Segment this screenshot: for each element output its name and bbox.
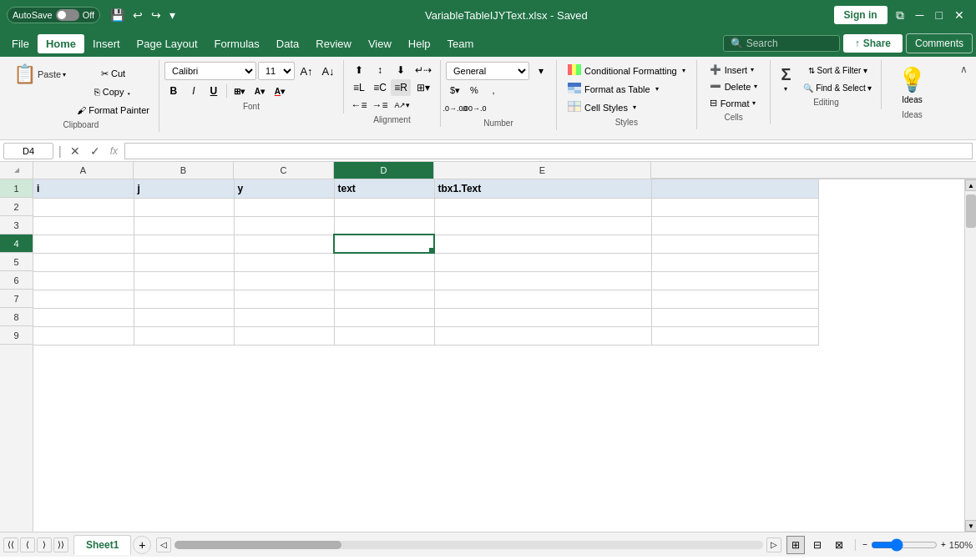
paste-button[interactable]: 📋 Paste ▾ bbox=[8, 62, 71, 87]
h-scroll-thumb[interactable] bbox=[174, 541, 341, 549]
cell-b6[interactable] bbox=[134, 271, 234, 290]
search-box[interactable]: 🔍 bbox=[723, 35, 840, 52]
decrease-decimal-button[interactable]: .00→.0 bbox=[465, 100, 483, 117]
copy-button[interactable]: ⎘ Copy ▾ bbox=[73, 83, 154, 100]
cell-e3[interactable] bbox=[434, 216, 651, 235]
cell-d2[interactable] bbox=[334, 198, 434, 216]
cell-extra-1[interactable] bbox=[651, 179, 818, 198]
cell-e7[interactable] bbox=[434, 290, 651, 308]
row-num-2[interactable]: 2 bbox=[0, 198, 33, 216]
sheet-last-button[interactable]: ⟩⟩ bbox=[53, 537, 68, 552]
text-orient-button[interactable]: A↗▾ bbox=[391, 97, 414, 114]
cell-a2[interactable] bbox=[33, 198, 134, 216]
cell-reference-box[interactable] bbox=[3, 143, 53, 159]
zoom-slider[interactable] bbox=[871, 538, 938, 552]
cell-c6[interactable] bbox=[234, 271, 334, 290]
row-num-7[interactable]: 7 bbox=[0, 290, 33, 308]
redo-button[interactable]: ↪ bbox=[148, 7, 164, 23]
cell-b3[interactable] bbox=[134, 216, 234, 235]
formula-input[interactable] bbox=[124, 143, 973, 159]
sheet-first-button[interactable]: ⟨⟨ bbox=[3, 537, 18, 552]
underline-button[interactable]: U bbox=[205, 82, 223, 100]
italic-button[interactable]: I bbox=[185, 82, 203, 100]
font-size-select[interactable]: 11 bbox=[258, 62, 295, 80]
col-header-b[interactable]: B bbox=[134, 162, 234, 179]
cell-extra-2[interactable] bbox=[651, 198, 818, 216]
bold-button[interactable]: B bbox=[164, 82, 183, 100]
cell-d4-active[interactable] bbox=[334, 235, 434, 253]
comma-button[interactable]: , bbox=[484, 82, 503, 98]
formula-accept-button[interactable]: ✓ bbox=[87, 143, 104, 159]
comments-button[interactable]: Comments bbox=[906, 33, 973, 53]
cell-c7[interactable] bbox=[234, 290, 334, 308]
col-header-d[interactable]: D bbox=[334, 162, 434, 179]
h-scroll-left-button[interactable]: ◁ bbox=[156, 537, 171, 552]
layout-view-button[interactable]: ⊟ bbox=[808, 536, 827, 554]
wrap-text-button[interactable]: ↵⇢ bbox=[412, 62, 435, 78]
align-left-button[interactable]: ≡L bbox=[349, 79, 369, 96]
restore-window-button[interactable]: ⧉ bbox=[891, 5, 909, 26]
cell-b5[interactable] bbox=[134, 253, 234, 271]
sheet-tab-sheet1[interactable]: Sheet1 bbox=[73, 535, 131, 555]
row-num-8[interactable]: 8 bbox=[0, 308, 33, 326]
cell-extra-7[interactable] bbox=[651, 290, 818, 308]
cut-button[interactable]: ✂ Cut bbox=[73, 65, 154, 82]
cell-extra-6[interactable] bbox=[651, 271, 818, 290]
col-header-e[interactable]: E bbox=[434, 162, 651, 179]
scroll-up-button[interactable]: ▲ bbox=[965, 179, 976, 191]
cell-d3[interactable] bbox=[334, 216, 434, 235]
menu-help[interactable]: Help bbox=[400, 34, 439, 53]
font-shrink-button[interactable]: A↓ bbox=[318, 63, 338, 79]
cell-a1[interactable]: i bbox=[33, 179, 134, 198]
cell-styles-button[interactable]: Cell Styles ▾ bbox=[562, 98, 691, 116]
increase-indent-button[interactable]: →≡ bbox=[370, 97, 390, 114]
col-header-c[interactable]: C bbox=[234, 162, 334, 179]
row-num-4[interactable]: 4 bbox=[0, 235, 33, 253]
border-button[interactable]: ⊞▾ bbox=[230, 82, 249, 100]
cell-e5[interactable] bbox=[434, 253, 651, 271]
undo-button[interactable]: ↩ bbox=[129, 7, 146, 23]
row-num-3[interactable]: 3 bbox=[0, 216, 33, 235]
cell-c1[interactable]: y bbox=[234, 179, 334, 198]
cell-d5[interactable] bbox=[334, 253, 434, 271]
close-button[interactable]: ✕ bbox=[949, 5, 969, 26]
scroll-down-button[interactable]: ▼ bbox=[965, 520, 976, 532]
cell-e9[interactable] bbox=[434, 326, 651, 345]
maximize-button[interactable]: □ bbox=[931, 5, 948, 26]
formula-cancel-button[interactable]: ✕ bbox=[67, 143, 83, 159]
cell-extra-3[interactable] bbox=[651, 216, 818, 235]
cell-c5[interactable] bbox=[234, 253, 334, 271]
row-num-5[interactable]: 5 bbox=[0, 253, 33, 271]
cell-e6[interactable] bbox=[434, 271, 651, 290]
cell-extra-8[interactable] bbox=[651, 308, 818, 326]
decrease-indent-button[interactable]: ←≡ bbox=[349, 97, 369, 114]
menu-review[interactable]: Review bbox=[307, 34, 360, 53]
menu-file[interactable]: File bbox=[3, 34, 38, 53]
cell-c8[interactable] bbox=[234, 308, 334, 326]
align-top-button[interactable]: ⬆ bbox=[349, 62, 369, 78]
cell-d8[interactable] bbox=[334, 308, 434, 326]
sheet-prev-button[interactable]: ⟨ bbox=[20, 537, 35, 552]
menu-data[interactable]: Data bbox=[268, 34, 307, 53]
cell-extra-9[interactable] bbox=[651, 326, 818, 345]
add-sheet-button[interactable]: + bbox=[133, 536, 151, 554]
cell-c2[interactable] bbox=[234, 198, 334, 216]
cell-b7[interactable] bbox=[134, 290, 234, 308]
cell-extra-5[interactable] bbox=[651, 253, 818, 271]
menu-formulas[interactable]: Formulas bbox=[206, 34, 268, 53]
h-scroll-right-button[interactable]: ▷ bbox=[766, 537, 781, 552]
menu-team[interactable]: Team bbox=[439, 34, 483, 53]
merge-button[interactable]: ⊞▾ bbox=[412, 79, 435, 96]
find-select-button[interactable]: 🔍 Find & Select ▾ bbox=[799, 79, 876, 96]
insert-cells-button[interactable]: ➕ Insert ▾ bbox=[702, 62, 766, 78]
percent-button[interactable]: % bbox=[465, 82, 483, 98]
normal-view-button[interactable]: ⊞ bbox=[786, 536, 805, 554]
menu-page-layout[interactable]: Page Layout bbox=[129, 34, 206, 53]
align-bottom-button[interactable]: ⬇ bbox=[391, 62, 411, 78]
menu-view[interactable]: View bbox=[360, 34, 400, 53]
cell-c9[interactable] bbox=[234, 326, 334, 345]
menu-home[interactable]: Home bbox=[38, 34, 84, 53]
cell-d9[interactable] bbox=[334, 326, 434, 345]
share-button[interactable]: ↑ Share bbox=[843, 34, 903, 53]
scroll-track[interactable] bbox=[965, 191, 976, 520]
